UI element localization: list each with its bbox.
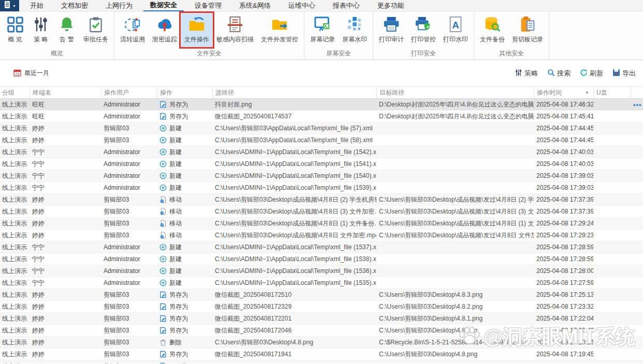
saveas-icon [159,327,167,334]
column-header-1[interactable]: 终端名 [30,87,101,98]
tab-6[interactable]: 运维中心 [282,0,322,11]
table-row[interactable]: 线上演示婷婷剪辑部03删除C:\Users\剪辑部03\Desktop\4.8.… [0,337,643,348]
tab-3[interactable]: 数据安全 [143,0,184,11]
ribbon-item-screen-record[interactable]: 屏幕记录 [306,13,339,47]
ribbon-item-print-audit[interactable]: 打印审计 [375,13,407,47]
table-body: 线上演示旺旺Administrator另存为抖音封面.pngD:\Desktop… [0,99,643,363]
table-row[interactable]: 线上演示婷婷剪辑部03另存为微信截图_20250408172510C:\User… [0,289,643,301]
table-row[interactable]: 线上演示婷婷剪辑部03移动C:\Users\剪辑部03\Desktop\成品视频… [0,218,643,230]
tab-2[interactable]: 上网行为 [99,0,139,11]
operation-label: 新建 [169,148,182,157]
ribbon-group-label: 屏幕安全 [306,47,371,59]
cell-user: 剪辑部03 [101,360,157,363]
column-header-4[interactable]: 源路径 [212,87,376,98]
new-icon [159,255,167,263]
ribbon-item-approval-tasks[interactable]: 审批任务 [80,13,112,47]
tab-4[interactable]: 设备管理 [188,0,228,11]
cell-operation: 新建 [157,265,212,277]
tab-1[interactable]: 文档加密 [54,0,95,11]
table-row[interactable]: 线上演示旺旺Administrator另存为微信截图_2025040817453… [0,111,643,123]
table-row[interactable]: 线上演示宁宁Administrator新建C:\Users\ADMINI~1\A… [0,277,643,289]
table-row[interactable]: 线上演示宁宁Administrator新建C:\Users\ADMINI~1\A… [0,241,643,253]
toolbar-export-button[interactable]: 导出 [612,69,636,78]
app-menu-button[interactable]: ▼ [0,0,19,11]
cell-operation-time: 2025-04-08 17:19:45 [534,348,593,360]
ribbon-item-screen-watermark[interactable]: 屏幕水印 [339,13,371,47]
ribbon-item-label: 文件外发管控 [261,35,298,44]
cell-row-actions [631,158,643,170]
ribbon-item-label: 文件操作 [184,35,209,44]
ribbon-item-print-control[interactable]: 打印管控 [407,13,440,47]
ribbon-group-1: 流转追溯泄密追踪文件操作敏感内容扫描文件外发管控文件安全 [114,12,304,59]
ribbon-item-leak-tracking[interactable]: 泄密追踪 [149,13,181,47]
table-row[interactable]: 线上演示宁宁Administrator新建C:\Users\ADMINI~1\A… [0,253,643,265]
tab-7[interactable]: 报表中心 [326,0,367,11]
ribbon-item-circulation-trace[interactable]: 流转追溯 [116,13,149,47]
cell-operation-time: 2025-04-08 17:40:03 [534,146,593,158]
ribbon-item-file-operation[interactable]: 文件操作 [181,13,213,47]
operation-label: 新建 [169,267,182,276]
table-row[interactable]: 线上演示宁宁Administrator新建C:\Users\ADMINI~1\A… [0,158,643,170]
cell-operation-time: 2025-04-08 17:39:03 [534,170,593,181]
cell-target-path [376,253,534,265]
ribbon-item-label: 流转追溯 [120,35,145,44]
table-row[interactable]: 线上演示婷婷剪辑部03新建C:\Users\剪辑部03\AppData\Loca… [0,134,643,146]
column-header-7[interactable]: U盘 [593,87,631,98]
table-row[interactable]: 线上演示婷婷剪辑部03移动C:\Users\剪辑部03\Desktop\成品视频… [0,194,643,206]
cell-group: 线上演示 [0,194,30,205]
column-header-5[interactable]: 目标路径 [376,87,534,98]
ribbon-item-print-watermark[interactable]: A打印水印 [440,13,472,47]
cell-operation: 另存为 [157,360,212,363]
cell-terminal: 旺旺 [30,111,101,122]
table-row[interactable]: 线上演示婷婷剪辑部03移动C:\Users\剪辑部03\Desktop\成品视频… [0,206,643,218]
table-row[interactable]: 线上演示婷婷剪辑部03另存为微信截图_20250408172201C:\User… [0,313,643,325]
column-header-3[interactable]: 操作 [157,87,212,98]
cell-operation: 另存为 [157,348,212,360]
cell-group: 线上演示 [0,301,30,312]
cell-usb [593,325,631,336]
cell-row-actions [631,170,643,181]
ribbon-group-label: 打印安全 [375,47,472,59]
cell-operation: 另存为 [157,289,212,300]
table-row[interactable]: 线上演示婷婷剪辑部03另存为 [0,360,643,363]
ribbon-group-items: 屏幕记录屏幕水印 [306,13,371,47]
column-header-0[interactable]: 分组 [0,87,30,98]
table-row[interactable]: 线上演示宁宁Administrator新建C:\Users\ADMINI~1\A… [0,146,643,158]
ribbon-item-alert-bell[interactable]: 告 警 [54,13,80,47]
column-header-8[interactable] [631,87,643,98]
column-header-2[interactable]: 操作用户 [101,87,157,98]
table-row[interactable]: 线上演示婷婷剪辑部03另存为微信截图_20250408172329C:\User… [0,301,643,313]
cell-user: 剪辑部03 [101,289,157,300]
cell-group: 线上演示 [0,182,30,193]
table-row[interactable]: 线上演示宁宁Administrator新建C:\Users\ADMINI~1\A… [0,170,643,182]
new-icon [159,279,167,286]
toolbar-search-button[interactable]: 搜索 [547,69,571,78]
ribbon-item-sensitive-scan[interactable]: 敏感内容扫描 [213,13,257,47]
ribbon-item-policy-sliders[interactable]: 策 略 [28,13,54,47]
cell-row-actions [631,360,643,363]
table-row[interactable]: 线上演示婷婷剪辑部03另存为微信截图_20250408172046C:\User… [0,325,643,337]
ribbon-item-overview-grid[interactable]: 概 览 [2,13,28,47]
row-actions-menu-icon[interactable]: ••• [633,101,642,109]
table-row[interactable]: 线上演示宁宁Administrator新建C:\Users\ADMINI~1\A… [0,265,643,277]
tab-5[interactable]: 系统&网络 [232,0,277,11]
ribbon-item-file-outgoing[interactable]: 文件外发管控 [257,13,302,47]
cell-operation: 另存为 [157,301,212,312]
table-row[interactable]: 线上演示婷婷剪辑部03另存为微信截图_20250408171941C:\User… [0,348,643,360]
toolbar-refresh-button[interactable]: 刷新 [580,69,603,78]
table-row[interactable]: 线上演示旺旺Administrator另存为抖音封面.pngD:\Desktop… [0,99,643,111]
tab-8[interactable]: 更多功能 [371,0,411,11]
table-row[interactable]: 线上演示婷婷剪辑部03新建C:\Users\剪辑部03\AppData\Loca… [0,123,643,134]
ribbon-item-file-backup[interactable]: 文件备份 [476,13,508,47]
cell-user: Administrator [101,146,157,158]
cell-group: 线上演示 [0,134,30,146]
column-header-6[interactable]: 操作时间▼ [534,87,593,98]
table-row[interactable]: 线上演示宁宁Administrator新建C:\Users\ADMINI~1\A… [0,182,643,194]
date-range-filter[interactable]: 23 最近一月 [13,69,49,78]
table-row[interactable]: 线上演示婷婷剪辑部03移动C:\Users\剪辑部03\Desktop\成品视频… [0,230,643,241]
sort-dropdown-icon[interactable]: ▼ [585,90,589,95]
ribbon-item-clipboard-record[interactable]: 剪切板记录 [508,13,547,47]
cell-source-path: C:\Users\ADMINI~1\AppData\Local\Temp\xml… [212,182,376,193]
toolbar-policy-small-button[interactable]: 策略 [515,69,538,78]
tab-0[interactable]: 开始 [23,0,50,11]
